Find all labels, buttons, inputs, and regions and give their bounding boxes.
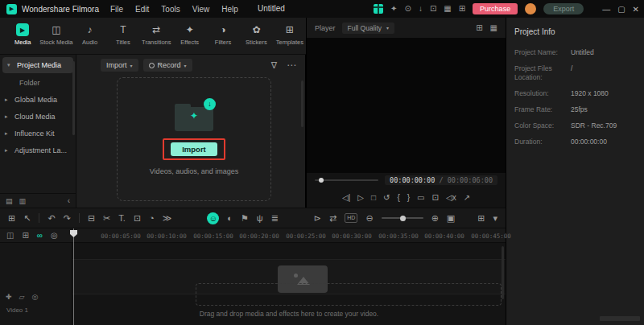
speed-icon[interactable]: ◔ (149, 214, 155, 223)
split-icon[interactable]: ✂ (103, 214, 110, 223)
eye-icon[interactable]: ◎ (31, 293, 38, 301)
menu-help[interactable]: Help (221, 5, 238, 14)
redo-icon[interactable]: ↷ (64, 214, 71, 223)
sidebar-item-folder[interactable]: Folder (0, 74, 76, 91)
filter-icon[interactable]: ∇ (271, 60, 277, 71)
layout-icon[interactable]: ▦ (444, 5, 451, 13)
display-icon[interactable]: ▭ (417, 194, 424, 202)
tab-filters[interactable]: ◑ Filters (207, 22, 239, 54)
menu-tools[interactable]: Tools (161, 5, 180, 14)
fullscreen-icon[interactable]: ↗ (464, 194, 470, 202)
shortcuts-icon[interactable]: ⊞ (459, 5, 465, 13)
delete-folder-icon[interactable]: ▥ (19, 197, 27, 205)
stop-icon[interactable]: □ (371, 194, 376, 202)
tab-stock-media[interactable]: ◫ Stock Media (39, 22, 72, 54)
screen-recorder-icon[interactable]: ⊙ (404, 5, 411, 13)
workspace-icon[interactable]: ⊞ (8, 214, 15, 223)
collapse-icon[interactable]: ▾ (493, 214, 497, 223)
text-tool-icon[interactable]: T. (118, 214, 126, 223)
play-icon[interactable]: ▷ (357, 194, 364, 202)
seek-bar[interactable] (315, 179, 378, 181)
purchase-button[interactable]: Purchase (473, 3, 518, 14)
menu-view[interactable]: View (192, 5, 210, 14)
menu-edit[interactable]: Edit (135, 5, 149, 14)
crop-icon[interactable]: ⊡ (134, 214, 141, 223)
sidebar-item-label: Influence Kit (14, 130, 55, 138)
sidebar-item-project-media[interactable]: ▾ Project Media (2, 57, 73, 73)
tab-effects[interactable]: ✦ Effects (174, 22, 206, 54)
fit-timeline-icon[interactable]: ▣ (447, 214, 455, 223)
timeline-zoom-slider[interactable] (382, 217, 423, 219)
media-browser-scrollbar[interactable] (301, 80, 303, 127)
video-preview[interactable] (307, 38, 506, 173)
menu-file[interactable]: File (110, 5, 123, 14)
tab-titles[interactable]: T Titles (107, 22, 139, 54)
ai-assistant-icon[interactable]: ☺ (207, 212, 219, 224)
switch-icon[interactable]: ⇄ (329, 214, 336, 223)
sidebar-item-cloud-media[interactable]: ▸ Cloud Media (0, 108, 76, 125)
sidebar-item-global-media[interactable]: ▸ Global Media (0, 91, 76, 108)
effects-store-icon[interactable]: ✦ (390, 5, 397, 13)
zoom-out-icon[interactable]: ⊖ (365, 214, 373, 223)
sidebar-item-adjustment-layer[interactable]: ▸ Adjustment La... (0, 142, 76, 158)
seek-handle[interactable] (319, 178, 324, 183)
tab-media[interactable]: ▶ Media (6, 22, 39, 54)
snap-icon[interactable]: ◎ (51, 232, 58, 240)
track-manager-icon[interactable]: ⊞ (22, 232, 28, 240)
auto-ripple-icon[interactable]: ∞ (37, 232, 43, 240)
zoom-in-icon[interactable]: ⊕ (431, 214, 439, 223)
tab-transitions[interactable]: ⇄ Transitions (140, 22, 172, 54)
tab-stickers[interactable]: ✿ Stickers (240, 22, 272, 54)
mask-icon[interactable]: ◐ (227, 214, 233, 223)
preview-quality-badge[interactable]: HD (345, 213, 357, 223)
timeline-drop-target[interactable] (196, 283, 502, 306)
folder-icon[interactable]: ▱ (19, 293, 25, 301)
mixer-icon[interactable]: ≣ (271, 214, 279, 223)
loop-icon[interactable]: ↺ (383, 194, 390, 202)
select-tool-icon[interactable]: ↖ (23, 214, 31, 223)
previous-frame-icon[interactable]: ◁| (342, 194, 350, 202)
clip-select-icon[interactable]: ◫ (6, 232, 14, 240)
close-button[interactable]: ✕ (633, 5, 639, 14)
sidebar-item-influence-kit[interactable]: ▸ Influence Kit (0, 125, 76, 142)
stock-media-icon: ◫ (52, 23, 60, 36)
capture-icon[interactable]: ▦ (490, 23, 497, 32)
voiceover-icon[interactable]: ψ (257, 214, 263, 223)
gift-icon[interactable] (374, 4, 383, 14)
add-track-icon[interactable]: ✚ (6, 293, 12, 301)
mute-icon[interactable]: ◁x (446, 194, 456, 202)
quality-dropdown[interactable]: Full Quality ▾ (342, 23, 395, 34)
tab-audio[interactable]: ♪ Audio (73, 22, 105, 54)
mark-out-icon[interactable]: } (407, 194, 410, 202)
more-tools-icon[interactable]: ≫ (163, 214, 172, 223)
import-dropdown-button[interactable]: Import ▾ (101, 59, 138, 72)
minimize-button[interactable]: — (602, 5, 610, 14)
timeline-ruler[interactable]: 00:00:05:00 00:00:10:00 00:00:15:00 00:0… (72, 228, 506, 243)
delete-icon[interactable]: ⊟ (88, 214, 95, 223)
new-folder-icon[interactable]: ▤ (6, 197, 13, 205)
track-layout-icon[interactable]: ⊞ (477, 214, 485, 223)
record-dropdown-button[interactable]: Record ▾ (143, 59, 192, 72)
timeline-scrollbar[interactable] (502, 246, 504, 299)
import-dropzone[interactable]: ✦ ↓ Import Videos, audios, and images (117, 77, 271, 201)
maximize-button[interactable]: ▢ (617, 5, 625, 14)
preview-render-icon[interactable]: ⊳ (314, 214, 321, 223)
mark-in-icon[interactable]: { (397, 194, 399, 202)
more-options-icon[interactable]: ⋯ (287, 60, 297, 71)
tab-templates[interactable]: ⊞ Templates (274, 22, 306, 54)
snapshot-icon[interactable]: ⊡ (430, 5, 436, 13)
sidebar-scrollbar[interactable] (72, 61, 75, 135)
snapshot-icon[interactable]: ⊡ (432, 194, 439, 202)
collapse-panel-icon[interactable]: ‹ (68, 196, 70, 205)
transport-controls: ◁| ▷ □ ↺ { } ▭ ⊡ ◁x ↗ (307, 187, 506, 208)
undo-icon[interactable]: ↶ (47, 214, 55, 223)
download-icon[interactable]: ↓ (419, 5, 423, 13)
marker-icon[interactable]: ⚑ (241, 214, 249, 223)
split-screen-icon[interactable]: ⊞ (476, 23, 482, 32)
export-button[interactable]: Export (543, 3, 584, 14)
import-button[interactable]: Import (171, 142, 217, 156)
avatar[interactable] (525, 3, 536, 14)
ruler-tick: 00:00:30:00 (332, 232, 372, 240)
zoom-slider-handle[interactable] (400, 216, 406, 221)
tab-media-label: Media (14, 39, 31, 46)
